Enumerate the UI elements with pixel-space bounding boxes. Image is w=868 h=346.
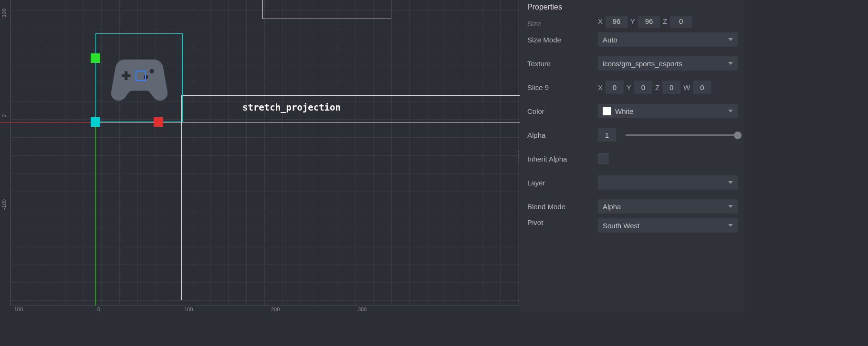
- pivot-dropdown[interactable]: South West: [598, 218, 738, 233]
- ruler-h-tick: 100: [184, 306, 193, 312]
- properties-title: Properties: [520, 0, 744, 16]
- handle-center[interactable]: [136, 71, 146, 81]
- layer-dropdown[interactable]: [598, 175, 738, 190]
- ruler-v-tick: -100: [1, 199, 7, 210]
- blend-mode-dropdown[interactable]: Alpha: [598, 199, 738, 214]
- slice9-w-input[interactable]: 0: [693, 81, 711, 94]
- slice9-x-input[interactable]: 0: [606, 81, 624, 94]
- node-name-label: stretch_projection: [242, 102, 341, 112]
- ruler-horizontal: -100 0 100 200 300: [10, 305, 520, 312]
- alpha-input[interactable]: 1: [598, 128, 616, 142]
- ruler-h-tick: 0: [97, 306, 100, 312]
- world-boundary-top: [262, 0, 391, 19]
- handle-red[interactable]: [154, 117, 163, 127]
- ruler-vertical: 100 0 -100: [0, 0, 10, 305]
- color-dropdown[interactable]: White: [598, 104, 738, 118]
- ruler-v-tick: 0: [1, 114, 7, 117]
- prop-row-texture: Texture icons/gm_sports_esports: [527, 51, 738, 75]
- prop-row-blend: Blend Mode Alpha: [527, 194, 738, 218]
- scene-viewport[interactable]: 100 0 -100 stretch_projection -100 0: [0, 0, 520, 312]
- prop-row-size-mode: Size Mode Auto: [527, 28, 738, 51]
- ruler-v-tick: 100: [1, 9, 7, 17]
- prop-row-layer: Layer: [527, 171, 738, 194]
- ruler-h-tick: 200: [271, 306, 280, 312]
- chevron-down-icon: [728, 224, 733, 227]
- ruler-h-tick: 300: [358, 306, 366, 312]
- ruler-h-tick: -100: [12, 306, 23, 312]
- prop-row-alpha: Alpha 1: [527, 123, 738, 147]
- chevron-down-icon: [728, 110, 733, 112]
- size-z-input[interactable]: 0: [670, 16, 692, 28]
- prop-row-slice9: Slice 9 X 0 Y 0 Z 0 W 0: [527, 75, 738, 99]
- inherit-alpha-checkbox[interactable]: [598, 153, 608, 164]
- alpha-slider-thumb[interactable]: [734, 132, 742, 139]
- chevron-down-icon: [728, 38, 733, 41]
- size-y-input[interactable]: 96: [638, 16, 660, 28]
- prop-row-color: Color White: [527, 99, 738, 123]
- prop-row-inherit-alpha: Inherit Alpha: [527, 147, 738, 171]
- world-boundary: [181, 95, 520, 300]
- panel-splitter[interactable]: [518, 0, 520, 312]
- prop-label: Size: [527, 20, 598, 28]
- slice9-z-input[interactable]: 0: [662, 81, 680, 94]
- x-axis-negative: [0, 122, 95, 122]
- chevron-down-icon: [728, 62, 733, 65]
- y-axis-negative: [95, 122, 96, 305]
- prop-row-pivot: Pivot South West: [527, 218, 738, 235]
- color-swatch: [603, 107, 611, 115]
- slice9-y-input[interactable]: 0: [634, 81, 652, 94]
- size-x-input[interactable]: 96: [606, 16, 627, 28]
- size-mode-dropdown[interactable]: Auto: [598, 32, 738, 47]
- chevron-down-icon: [728, 205, 733, 208]
- handle-origin[interactable]: [91, 117, 100, 127]
- chevron-down-icon: [728, 181, 733, 184]
- properties-panel: Properties Size X 96 Y 96 Z 0 Size Mode: [520, 0, 744, 312]
- prop-row-size: Size X 96 Y 96 Z 0: [527, 16, 738, 28]
- texture-dropdown[interactable]: icons/gm_sports_esports: [598, 56, 738, 71]
- handle-green[interactable]: [91, 53, 100, 63]
- alpha-slider[interactable]: [626, 134, 738, 136]
